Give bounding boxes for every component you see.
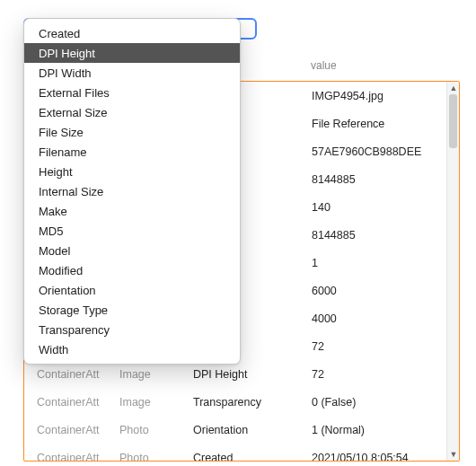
cell-value: 0 (False) [312,396,443,409]
menu-item-storage-type[interactable]: Storage Type [24,300,240,320]
scrollbar-thumb[interactable] [449,94,457,148]
menu-item-external-size[interactable]: External Size [24,102,240,122]
cell-value: 57AE7960CB988DEE [312,145,443,158]
cell-category: Photo [119,452,193,462]
cell-function: ContainerAtt [28,452,119,462]
cell-function: ContainerAtt [28,396,119,409]
cell-value: 4000 [312,312,443,325]
attribute-dropdown-menu[interactable]: CreatedDPI HeightDPI WidthExternal Files… [23,18,241,365]
cell-value: 8144885 [312,229,443,242]
table-row[interactable]: ContainerAttImageTransparency0 (False) [24,388,446,416]
table-row[interactable]: ContainerAttPhotoCreated2021/05/10 8:05:… [24,444,446,461]
cell-function: ContainerAtt [28,368,119,381]
cell-value: 1 [312,257,443,269]
cell-category: Photo [119,424,193,436]
cell-attribute: Transparency [193,396,312,409]
menu-item-md5[interactable]: MD5 [24,221,240,241]
menu-item-model[interactable]: Model [24,241,240,260]
menu-item-created[interactable]: Created [24,23,240,43]
cell-attribute: Orientation [193,424,312,436]
menu-item-height[interactable]: Height [24,162,240,181]
cell-function: ContainerAtt [28,424,119,436]
menu-item-dpi-width[interactable]: DPI Width [24,63,240,83]
cell-value: 6000 [312,285,443,297]
scrollbar-track[interactable] [447,94,459,448]
menu-item-filename[interactable]: Filename [24,142,240,162]
header-col-value: value [311,59,456,72]
cell-value: 8144885 [312,173,443,186]
scroll-down-icon[interactable]: ▼ [447,448,460,461]
cell-value: IMGP4954.jpg [312,90,443,102]
menu-item-make[interactable]: Make [24,201,240,221]
vertical-scrollbar[interactable]: ▲ ▼ [446,82,459,461]
table-row[interactable]: ContainerAttPhotoOrientation1 (Normal) [24,416,446,444]
cell-value: 72 [312,368,443,381]
cell-value: 2021/05/10 8:05:54 [312,452,443,462]
menu-item-orientation[interactable]: Orientation [24,280,240,300]
cell-attribute: Created [193,452,312,462]
menu-item-modified[interactable]: Modified [24,260,240,280]
cell-category: Image [119,368,193,381]
scroll-up-icon[interactable]: ▲ [447,82,460,94]
menu-item-width[interactable]: Width [24,339,240,359]
cell-value: 1 (Normal) [312,424,443,436]
menu-item-file-size[interactable]: File Size [24,122,240,142]
menu-item-external-files[interactable]: External Files [24,83,240,102]
cell-value: 140 [312,201,443,214]
menu-item-dpi-height[interactable]: DPI Height [24,43,240,63]
cell-value: 72 [312,340,443,353]
cell-category: Image [119,396,193,409]
menu-item-transparency[interactable]: Transparency [24,320,240,339]
cell-value: File Reference [312,118,443,130]
menu-item-internal-size[interactable]: Internal Size [24,181,240,201]
cell-attribute: DPI Height [193,368,312,381]
